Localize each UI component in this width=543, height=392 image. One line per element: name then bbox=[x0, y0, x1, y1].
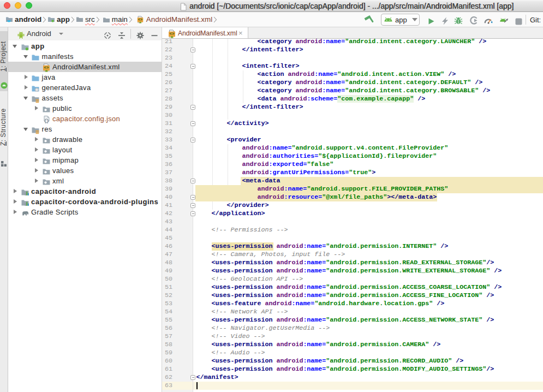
svg-text:<>: <> bbox=[44, 66, 49, 70]
svg-text:{}: {} bbox=[44, 118, 48, 123]
svg-text:<>: <> bbox=[169, 32, 175, 36]
